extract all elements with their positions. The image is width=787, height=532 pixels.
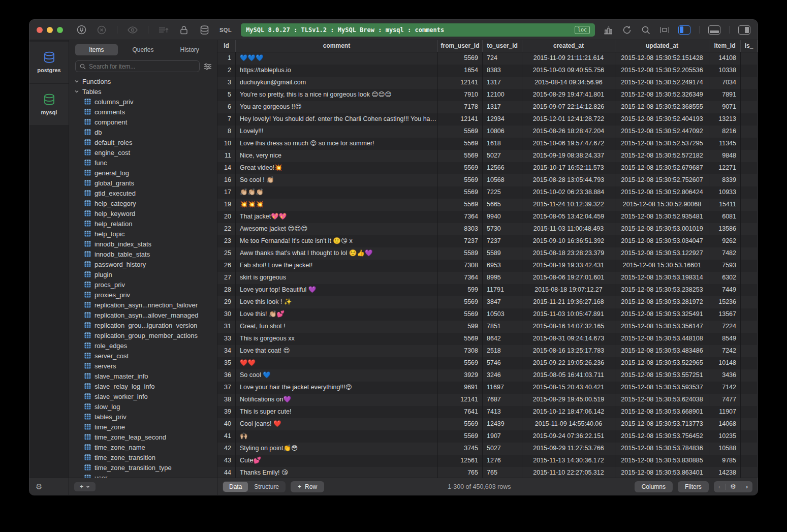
cell-item_id[interactable]: 10338 — [709, 65, 741, 77]
cell-is_[interactable] — [741, 430, 758, 443]
cell-to_user_id[interactable]: 5730 — [483, 223, 522, 235]
cell-item_id[interactable]: 7482 — [709, 247, 741, 260]
cell-from_user_id[interactable]: 599 — [438, 321, 483, 333]
sidebar-table-help_keyword[interactable]: help_keyword — [69, 208, 217, 218]
table-row[interactable]: 43Cute💕1256112762015-11-13 14:30:36.1722… — [217, 455, 758, 467]
cell-to_user_id[interactable]: 1317 — [483, 101, 522, 113]
cell-created_at[interactable]: 2015-08-29 19:45:00.519 — [522, 394, 615, 406]
connection-postgres[interactable]: postgres — [29, 42, 69, 83]
cell-from_user_id[interactable]: 7641 — [438, 406, 483, 418]
cell-comment[interactable]: Styling on point👏😳 — [236, 443, 438, 455]
cell-item_id[interactable]: 6081 — [709, 211, 741, 223]
cell-item_id[interactable]: 14238 — [709, 467, 741, 478]
cell-updated_at[interactable]: 2015-12-08 15:30:53.325491 — [615, 308, 709, 321]
cell-from_user_id[interactable]: 5569 — [438, 52, 483, 65]
cell-from_user_id[interactable]: 7308 — [438, 345, 483, 357]
sidebar-table-default_roles[interactable]: default_roles — [69, 137, 217, 147]
cell-created_at[interactable]: 2015-11-09 14:55:40.06 — [522, 418, 615, 430]
cell-from_user_id[interactable]: 12141 — [438, 113, 483, 126]
cell-to_user_id[interactable]: 5027 — [483, 150, 522, 162]
cell-comment[interactable]: So cool 💙 — [236, 369, 438, 382]
log-icon[interactable] — [159, 25, 169, 35]
cell-id[interactable]: 8 — [217, 126, 236, 138]
cell-to_user_id[interactable]: 5589 — [483, 247, 522, 260]
cell-comment[interactable]: Lovely!!! — [236, 126, 438, 138]
cell-id[interactable]: 29 — [217, 296, 236, 308]
table-row[interactable]: 34Love that coat! 😍730825182015-08-16 13… — [217, 345, 758, 357]
cell-updated_at[interactable]: 2015-12-08 15:30:53.034047 — [615, 235, 709, 247]
cell-from_user_id[interactable]: 12141 — [438, 394, 483, 406]
cell-item_id[interactable]: 3436 — [709, 369, 741, 382]
cell-is_[interactable] — [741, 296, 758, 308]
cell-to_user_id[interactable]: 1618 — [483, 138, 522, 150]
cell-updated_at[interactable]: 2015-12-08 15:30:53.281972 — [615, 296, 709, 308]
cell-comment[interactable]: Nice, very nice — [236, 150, 438, 162]
cell-to_user_id[interactable]: 7225 — [483, 186, 522, 199]
cell-updated_at[interactable]: 2015-12-08 15:30:52.151428 — [615, 52, 709, 65]
search-input[interactable] — [89, 63, 195, 70]
cell-comment[interactable]: You're so pretty, this is a nice ni gorg… — [236, 89, 438, 101]
cell-created_at[interactable]: 2015-08-31 09:24:14.673 — [522, 333, 615, 345]
cell-created_at[interactable]: 2015-08-05 13:42:04.459 — [522, 211, 615, 223]
sql-editor-button[interactable]: SQL — [219, 27, 232, 33]
cell-is_[interactable] — [741, 345, 758, 357]
cell-item_id[interactable]: 13213 — [709, 113, 741, 126]
sidebar-table-time_zone[interactable]: time_zone — [69, 422, 217, 432]
cell-from_user_id[interactable]: 12561 — [438, 455, 483, 467]
panel-left-icon[interactable] — [678, 25, 690, 35]
group-tables[interactable]: Tables — [69, 86, 217, 97]
sidebar-table-role_edges[interactable]: role_edges — [69, 340, 217, 351]
lock-icon[interactable] — [179, 25, 189, 35]
cell-item_id[interactable]: 8549 — [709, 333, 741, 345]
table-row[interactable]: 42Styling on point👏😳374550272015-09-29 1… — [217, 443, 758, 455]
cell-item_id[interactable]: 7224 — [709, 321, 741, 333]
column-header-to_user_id[interactable]: to_user_id — [483, 40, 522, 52]
cell-from_user_id[interactable]: 5569 — [438, 150, 483, 162]
cell-updated_at[interactable]: 2015-12-08 15:30:52.572182 — [615, 150, 709, 162]
cell-to_user_id[interactable]: 765 — [483, 467, 522, 478]
cell-to_user_id[interactable]: 8642 — [483, 333, 522, 345]
cell-id[interactable]: 28 — [217, 284, 236, 296]
cell-created_at[interactable]: 2015-10-06 19:57:47.672 — [522, 138, 615, 150]
eye-icon[interactable] — [128, 25, 138, 35]
cell-updated_at[interactable]: 2015-12-08 15:30:52.752607 — [615, 174, 709, 186]
cell-comment[interactable]: Great, fun shot ! — [236, 321, 438, 333]
cell-id[interactable]: 34 — [217, 345, 236, 357]
table-row[interactable]: 40Cool jeans! ❤️5569124392015-11-09 14:5… — [217, 418, 758, 430]
table-row[interactable]: 41🙌🏼556919072015-09-24 07:36:22.1512015-… — [217, 430, 758, 443]
sidebar-table-engine_cost[interactable]: engine_cost — [69, 147, 217, 158]
cell-from_user_id[interactable]: 9691 — [438, 382, 483, 394]
column-header-from_user_id[interactable]: from_user_id — [438, 40, 483, 52]
cell-comment[interactable]: Me too Fernanda! It's cute isn't it 🙂😘 x — [236, 235, 438, 247]
table-row[interactable]: 20That jacket💖💖736499402015-08-05 13:42:… — [217, 211, 758, 223]
cell-updated_at[interactable]: 2015-12-08 15:30:53.713773 — [615, 418, 709, 430]
cell-updated_at[interactable]: 2015-12-08 15:30:52.806424 — [615, 186, 709, 199]
cell-comment[interactable]: duchuykun@gmail.com — [236, 77, 438, 89]
cell-id[interactable]: 11 — [217, 150, 236, 162]
gear-icon[interactable]: ⚙ — [726, 481, 741, 492]
cell-id[interactable]: 6 — [217, 101, 236, 113]
cell-updated_at[interactable]: 2015-12-08 15:30:52.326349 — [615, 89, 709, 101]
cell-id[interactable]: 16 — [217, 174, 236, 186]
cell-comment[interactable]: 👏🏼👏🏼👏🏼 — [236, 186, 438, 199]
sidebar-table-func[interactable]: func — [69, 158, 217, 168]
panel-bottom-icon[interactable] — [708, 25, 720, 35]
cell-item_id[interactable]: 11345 — [709, 138, 741, 150]
cell-updated_at[interactable]: 2015-12-08 15:30:52.249174 — [615, 77, 709, 89]
cell-updated_at[interactable]: 2015-12-08 15:30:53.238253 — [615, 284, 709, 296]
sidebar-table-help_topic[interactable]: help_topic — [69, 229, 217, 239]
cell-to_user_id[interactable]: 11791 — [483, 284, 522, 296]
cell-item_id[interactable]: 10588 — [709, 443, 741, 455]
cell-to_user_id[interactable]: 1317 — [483, 77, 522, 89]
table-row[interactable]: 30Love this! 👏🏼💕5569105032015-11-03 10:0… — [217, 308, 758, 321]
cell-is_[interactable] — [741, 406, 758, 418]
cell-from_user_id[interactable]: 7364 — [438, 211, 483, 223]
cell-id[interactable]: 35 — [217, 357, 236, 369]
cell-created_at[interactable]: 2015-08-05 16:41:03.711 — [522, 369, 615, 382]
cell-updated_at[interactable]: 2015-12-08 15:30:53.16601 — [615, 260, 709, 272]
refresh-icon[interactable] — [622, 25, 632, 35]
cell-item_id[interactable]: 6302 — [709, 272, 741, 284]
table-row[interactable]: 33This is gorgeous xx556986422015-08-31 … — [217, 333, 758, 345]
cell-created_at[interactable]: 2015-08-29 19:47:41.801 — [522, 89, 615, 101]
cell-to_user_id[interactable]: 5665 — [483, 199, 522, 211]
